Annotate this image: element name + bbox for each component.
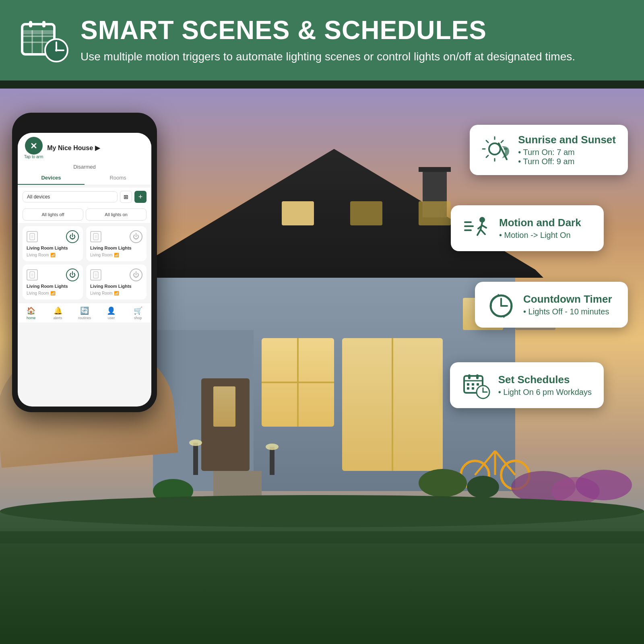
nav-routines-label: routines [78,316,91,320]
device-filter[interactable]: All devices [23,191,118,202]
countdown-title: Countdown Timer [523,293,612,305]
wifi-icon-3: 📶 [50,291,55,295]
alerts-icon: 🔔 [54,306,62,315]
tab-rooms[interactable]: Rooms [85,171,151,185]
motion-card-content: Motion and Dark Motion -> Light On [499,217,581,240]
phone-body: Tap to arm My Nice House ▶ Disarmed Devi… [12,113,157,412]
header-banner: SMART SCENES & SCHEDULES Use multiple mo… [0,0,644,80]
countdown-card: Countdown Timer Lights Off - 10 minutes [475,282,628,328]
svg-line-81 [477,229,481,235]
svg-point-52 [576,470,632,500]
switch-icon-3 [27,269,38,281]
motion-card: Motion and Dark Motion -> Light On [451,205,604,251]
svg-rect-64 [31,273,33,277]
device-name-2: Living Room Lights [90,246,142,250]
device-name-4: Living Room Lights [90,284,142,289]
nav-shop[interactable]: 🛒 shop [125,306,151,320]
countdown-card-content: Countdown Timer Lights Off - 10 minutes [523,293,612,316]
header-text: SMART SCENES & SCHEDULES Use multiple mo… [80,16,575,64]
add-device-button[interactable]: + [134,191,147,203]
power-button-3[interactable]: ⏻ [66,268,79,281]
svg-rect-60 [31,235,33,238]
routines-icon: 🔄 [80,306,89,315]
main-title: SMART SCENES & SCHEDULES [80,16,575,44]
home-icon: 🏠 [27,306,35,315]
svg-point-79 [479,217,485,223]
svg-rect-1 [22,30,54,34]
countdown-bullets: Lights Off - 10 minutes [523,307,612,316]
svg-rect-7 [42,21,45,27]
power-button-4[interactable]: ⏻ [130,268,142,281]
svg-line-82 [481,229,485,234]
bottom-nav: 🏠 home 🔔 alerts 🔄 routines 👤 user 🛒 [18,303,151,322]
svg-rect-38 [193,443,198,475]
switch-icon-2 [90,231,101,242]
nav-alerts[interactable]: 🔔 alerts [44,306,71,320]
switch-icon-1 [27,231,38,242]
network-icon[interactable]: ⊞ [120,191,132,203]
nav-user-label: user [108,316,115,320]
wifi-icon-1: 📶 [50,253,55,257]
svg-point-49 [467,476,499,498]
svg-point-67 [489,143,500,155]
svg-rect-40 [270,447,275,475]
svg-rect-92 [468,374,471,379]
nav-home-label: home [27,316,36,320]
all-lights-on-button[interactable]: All lights on [86,208,147,221]
power-button-2[interactable]: ⏻ [130,230,142,243]
tap-to-arm-label: Tap to arm [24,155,43,159]
svg-line-73 [501,140,503,142]
svg-rect-62 [95,235,97,238]
svg-line-74 [486,155,488,157]
svg-rect-95 [472,383,474,386]
svg-rect-98 [472,387,474,390]
nav-routines[interactable]: 🔄 routines [71,306,98,320]
shop-icon: 🛒 [134,306,142,315]
motion-icon [463,214,491,242]
sunrise-bullet-2: Turn Off: 9 am [518,157,616,166]
tab-devices[interactable]: Devices [18,171,85,185]
phone-notch [60,118,109,130]
switch-icon-4 [90,269,101,281]
device-card-4: ⏻ Living Room Lights Living Room 📶 [86,264,147,299]
countdown-icon [487,291,515,319]
house-name[interactable]: My Nice House ▶ [47,144,145,152]
phone-screen: Tap to arm My Nice House ▶ Disarmed Devi… [18,133,151,407]
svg-rect-6 [29,21,32,27]
svg-point-41 [266,444,279,450]
device-card-3: ⏻ Living Room Lights Living Room 📶 [23,264,83,299]
nav-user[interactable]: 👤 user [98,306,124,320]
device-name-1: Living Room Lights [27,246,79,250]
all-lights-off-button[interactable]: All lights off [23,208,83,221]
sunrise-icon [482,136,510,164]
svg-marker-23 [125,270,543,278]
sunrise-bullet-1: Turn On: 7 am [518,148,616,157]
svg-rect-97 [467,387,469,390]
svg-point-48 [419,469,467,497]
sunrise-bullets: Turn On: 7 am Turn Off: 9 am [518,148,616,166]
app-status: Disarmed [18,162,151,171]
svg-line-72 [486,140,488,142]
nav-alerts-label: alerts [54,316,62,320]
device-name-3: Living Room Lights [27,284,79,289]
device-room-1: Living Room 📶 [27,253,79,257]
svg-rect-33 [213,386,235,427]
light-quick-actions: All lights off All lights on [18,206,151,223]
svg-rect-94 [467,383,469,386]
device-room-2: Living Room 📶 [90,253,142,257]
svg-point-39 [189,440,202,446]
calendar-clock-icon [20,16,68,64]
svg-rect-66 [95,273,97,277]
schedule-bullet-1: Light On 6 pm Workdays [498,388,592,397]
sunrise-card: Sunrise and Sunset Turn On: 7 am Turn Of… [470,125,628,175]
sunrise-title: Sunrise and Sunset [518,134,616,146]
schedule-icon [462,371,490,399]
schedule-card-content: Set Schedules Light On 6 pm Workdays [498,374,592,397]
power-button-1[interactable]: ⏻ [66,230,79,243]
devices-grid: ⏻ Living Room Lights Living Room 📶 [18,223,151,303]
motion-title: Motion and Dark [499,217,581,229]
svg-rect-96 [477,383,479,386]
nav-home[interactable]: 🏠 home [18,306,44,320]
app-header: Tap to arm My Nice House ▶ [18,133,151,162]
schedule-title: Set Schedules [498,374,592,386]
